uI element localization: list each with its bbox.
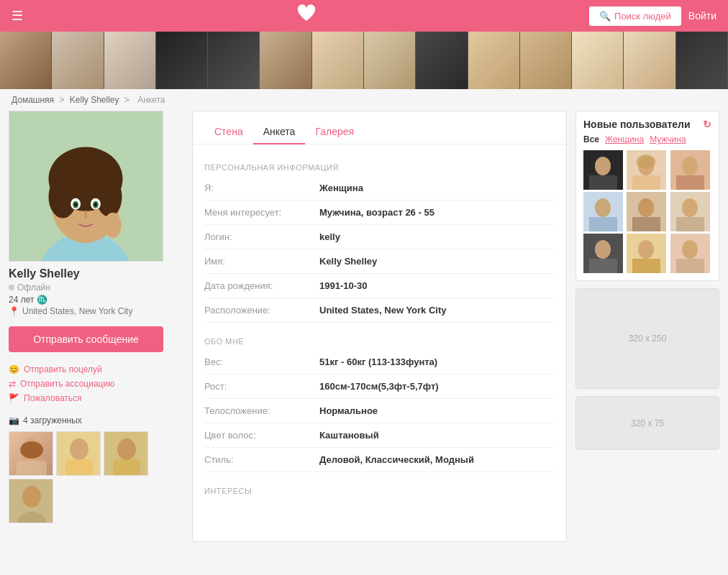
login-value: kelly [319, 231, 340, 242]
logo-heart [296, 4, 317, 27]
breadcrumb-sep2: > [124, 95, 129, 105]
filter-male[interactable]: Мужчина [650, 134, 686, 144]
login-button[interactable]: Войти [688, 10, 716, 22]
filter-links: Все Женщина Мужчина [583, 134, 711, 144]
send-association-link[interactable]: ⇄ Отправить ассоциацию [9, 377, 183, 391]
strip-photo-6[interactable] [260, 32, 311, 89]
search-button[interactable]: 🔍 Поиск людей [589, 6, 681, 26]
svg-point-15 [20, 441, 43, 459]
ad-large: 320 x 250 [575, 288, 719, 389]
gender-value: Женщина [319, 183, 363, 193]
new-users-grid [583, 150, 711, 273]
gender-row: Я: Женщина [204, 176, 555, 201]
strip-photo-5[interactable] [208, 32, 260, 89]
svg-point-12 [94, 203, 97, 206]
svg-rect-38 [589, 217, 617, 231]
new-user-thumb-4[interactable] [583, 192, 623, 231]
profile-tabs: Стена Анкета Галерея [193, 111, 566, 144]
complain-icon: 🚩 [9, 393, 19, 403]
tab-gallery[interactable]: Галерея [305, 120, 364, 144]
photo-thumbnails [9, 431, 183, 523]
svg-point-24 [22, 486, 41, 507]
svg-rect-28 [589, 175, 617, 190]
send-kiss-link[interactable]: 😊 Отправить поцелуй [9, 362, 183, 377]
strip-photo-8[interactable] [364, 32, 416, 89]
menu-icon[interactable]: ☰ [12, 8, 23, 24]
about-section-title: ОБО МНЕ [204, 330, 555, 350]
new-user-thumb-9[interactable] [670, 234, 710, 273]
kiss-icon: 😊 [9, 364, 19, 374]
new-user-thumb-6[interactable] [670, 192, 710, 231]
new-user-thumb-2[interactable] [627, 150, 666, 190]
svg-point-34 [682, 157, 698, 175]
strip-photo-9[interactable] [416, 32, 468, 89]
left-column: Kelly Shelley Офлайн 24 лет ♏ 📍 United S… [9, 111, 192, 542]
new-user-thumb-5[interactable] [627, 192, 666, 231]
photo-thumb-2[interactable] [56, 431, 101, 476]
svg-point-31 [637, 155, 655, 169]
new-user-thumb-1[interactable] [583, 150, 623, 190]
photo-thumb-3[interactable] [104, 431, 148, 476]
login-label: Логин: [204, 231, 319, 242]
location-value: United States, New York City [319, 305, 447, 316]
strip-photo-1[interactable]: . [0, 32, 52, 89]
ad-large-label: 320 x 250 [629, 334, 667, 344]
search-label: Поиск людей [614, 11, 671, 22]
photos-section: 📷 4 загруженных [9, 415, 183, 523]
filter-all[interactable]: Все [583, 134, 599, 144]
filter-female[interactable]: Женщина [605, 134, 644, 144]
tab-profile[interactable]: Анкета [253, 120, 306, 144]
weight-label: Вес: [204, 356, 319, 367]
build-row: Телосложение: Нормальное [204, 399, 555, 423]
strip-photo-3[interactable] [104, 32, 156, 89]
new-user-thumb-8[interactable] [627, 234, 666, 273]
photos-count: 📷 4 загруженных [9, 415, 183, 426]
svg-point-37 [595, 198, 611, 217]
hair-value: Каштановый [319, 430, 379, 441]
ad-small-label: 320 x 75 [631, 418, 664, 428]
strip-photo-11[interactable] [520, 32, 572, 89]
breadcrumb-page: Анкета [137, 95, 165, 105]
gender-label: Я: [204, 183, 319, 193]
complain-link[interactable]: 🚩 Пожаловаться [9, 391, 183, 405]
svg-rect-16 [17, 461, 47, 476]
breadcrumb-home[interactable]: Домашняя [12, 95, 54, 105]
new-user-thumb-3[interactable] [670, 150, 710, 190]
strip-photo-7[interactable] [312, 32, 364, 89]
header: ☰ 🔍 Поиск людей Войти [0, 0, 728, 32]
name-value: Kelly Shelley [319, 256, 377, 267]
refresh-icon[interactable]: ↻ [703, 119, 711, 130]
strip-photo-14[interactable] [676, 32, 728, 89]
send-message-button[interactable]: Отправить сообщение [9, 326, 163, 352]
interests-section-title: ИНТЕРЕСЫ [204, 479, 555, 500]
svg-point-43 [682, 198, 698, 217]
breadcrumb-user[interactable]: Kelly Shelley [70, 95, 119, 105]
strip-photo-12[interactable] [572, 32, 624, 89]
photo-thumb-4[interactable] [9, 479, 53, 523]
style-row: Стиль: Деловой, Классический, Модный [204, 448, 555, 472]
svg-rect-19 [65, 459, 93, 476]
right-column: Новые пользователи ↻ Все Женщина Мужчина [575, 111, 719, 542]
strip-photo-4[interactable] [156, 32, 208, 89]
svg-rect-50 [632, 259, 660, 273]
new-users-box: Новые пользователи ↻ Все Женщина Мужчина [575, 111, 719, 281]
interest-label: Меня интересует: [204, 207, 319, 218]
hair-row: Цвет волос: Каштановый [204, 423, 555, 448]
svg-rect-41 [632, 217, 660, 231]
weight-row: Вес: 51кг - 60кг (113-133фунта) [204, 350, 555, 374]
location-label: Расположение: [204, 305, 319, 316]
svg-point-11 [74, 203, 77, 206]
location-icon: 📍 [9, 306, 19, 316]
interest-value: Мужчина, возраст 26 - 55 [319, 207, 434, 218]
tab-wall[interactable]: Стена [204, 120, 253, 144]
birthday-label: Дата рождения: [204, 280, 319, 291]
svg-point-21 [117, 438, 136, 460]
photo-thumb-1[interactable] [9, 431, 53, 476]
strip-photo-2[interactable] [52, 32, 104, 89]
strip-photo-13[interactable] [624, 32, 675, 89]
new-users-header: Новые пользователи ↻ [583, 119, 711, 130]
association-icon: ⇄ [9, 379, 16, 389]
new-user-thumb-7[interactable] [583, 234, 623, 273]
send-association-label: Отправить ассоциацию [20, 379, 114, 389]
strip-photo-10[interactable] [468, 32, 520, 89]
